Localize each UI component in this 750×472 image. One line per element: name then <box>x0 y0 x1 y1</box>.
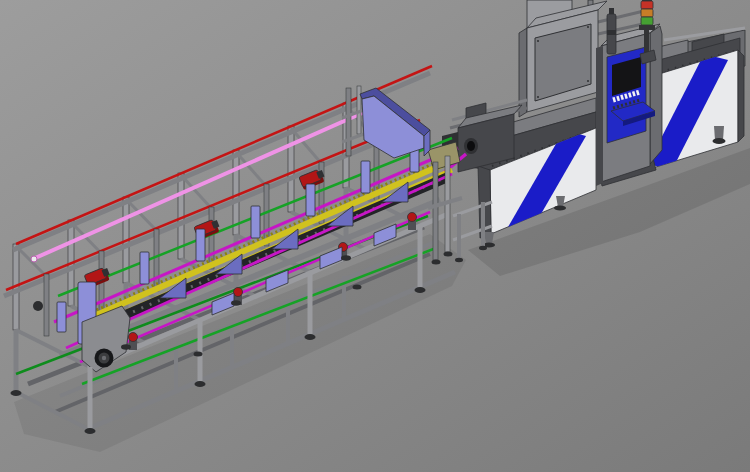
post <box>44 274 49 336</box>
screw <box>537 96 539 98</box>
table-leg <box>457 214 461 258</box>
cad-viewport <box>0 0 750 472</box>
foot-pad <box>713 138 726 144</box>
foot <box>85 428 96 434</box>
foot <box>11 390 22 396</box>
bracket-flag <box>196 229 205 261</box>
sprocket-wheel <box>129 333 138 342</box>
foot <box>415 287 426 293</box>
bracket-flag <box>251 206 260 238</box>
foot <box>195 381 206 387</box>
sprocket-wheel <box>408 213 417 222</box>
foot <box>455 258 463 262</box>
bracket-flag <box>361 161 370 193</box>
foot-pad <box>554 206 566 211</box>
foot <box>341 255 351 261</box>
foot <box>432 260 441 265</box>
post <box>433 162 438 260</box>
lamp-orange <box>641 9 653 17</box>
tower-right-side <box>650 26 662 164</box>
foot-stem <box>714 126 724 140</box>
cylinder-band <box>607 30 616 35</box>
screw <box>587 80 589 82</box>
adjust-knob <box>33 301 43 311</box>
lamp-red <box>641 1 653 9</box>
bracket-flag <box>140 252 149 284</box>
handwheel <box>95 349 114 368</box>
lamp-base <box>639 25 655 30</box>
post <box>154 229 159 291</box>
tower-left-edge <box>596 46 603 186</box>
foot <box>353 285 362 290</box>
foot <box>479 246 487 250</box>
bed-end-cap <box>738 50 744 142</box>
tube-end-cap <box>31 256 37 262</box>
foot <box>121 344 131 350</box>
foot <box>444 252 453 257</box>
lamp-green <box>641 17 653 25</box>
control-tower <box>596 24 662 186</box>
foot <box>194 352 203 357</box>
foot <box>305 334 316 340</box>
wheel-hub <box>102 356 106 360</box>
chuck-bore <box>467 141 475 151</box>
screw <box>587 26 589 28</box>
bracket-flag <box>306 184 315 216</box>
post <box>233 150 239 235</box>
table-leg <box>481 202 485 246</box>
foot <box>231 300 241 306</box>
cabinet-left-side <box>519 28 527 117</box>
screw <box>537 40 539 42</box>
sprocket-wheel <box>234 288 243 297</box>
sprocket <box>408 213 417 231</box>
hopper-post <box>346 88 351 156</box>
post <box>288 126 294 212</box>
bracket-flag <box>57 302 66 332</box>
lamp-pole <box>644 30 649 54</box>
pneumatic-cylinder <box>607 8 616 54</box>
